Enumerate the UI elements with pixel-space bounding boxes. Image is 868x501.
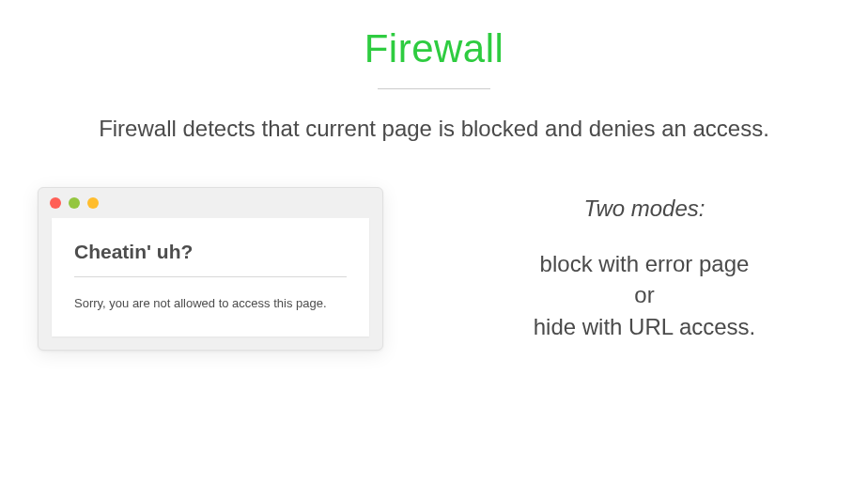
page-title: Firewall bbox=[0, 26, 868, 71]
modes-option-1: block with error page bbox=[458, 248, 830, 280]
traffic-light-maximize-icon bbox=[87, 197, 99, 209]
modes-title: Two modes: bbox=[458, 196, 830, 222]
error-message: Sorry, you are not allowed to access thi… bbox=[74, 296, 347, 310]
browser-window-mockup: Cheatin' uh? Sorry, you are not allowed … bbox=[38, 187, 383, 351]
content-row: Cheatin' uh? Sorry, you are not allowed … bbox=[0, 187, 868, 351]
browser-header bbox=[39, 188, 382, 218]
modes-section: Two modes: block with error page or hide… bbox=[458, 196, 830, 343]
modes-separator: or bbox=[458, 279, 830, 311]
error-heading: Cheatin' uh? bbox=[74, 241, 347, 277]
browser-body: Cheatin' uh? Sorry, you are not allowed … bbox=[52, 218, 369, 337]
modes-option-2: hide with URL access. bbox=[458, 311, 830, 343]
main-container: Firewall Firewall detects that current p… bbox=[0, 0, 868, 501]
page-description: Firewall detects that current page is bl… bbox=[0, 116, 868, 142]
title-divider bbox=[378, 88, 490, 89]
traffic-light-minimize-icon bbox=[69, 197, 80, 209]
traffic-light-close-icon bbox=[50, 197, 61, 209]
